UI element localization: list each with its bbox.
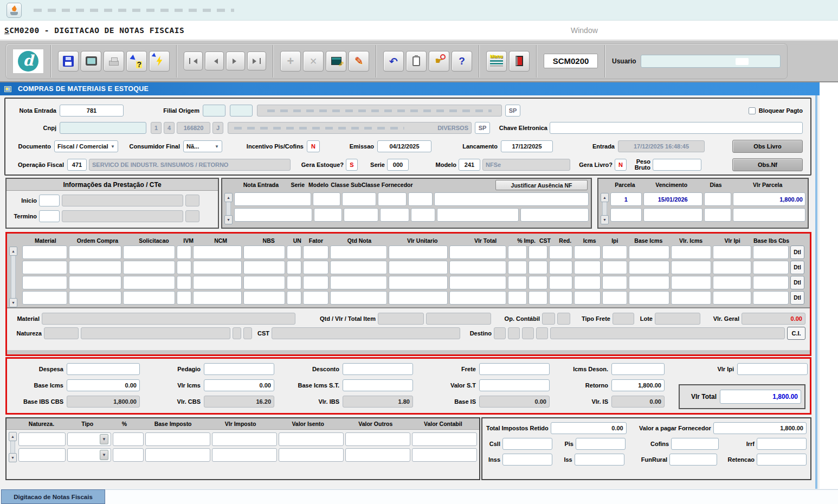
item-cell[interactable] xyxy=(602,291,628,305)
item-cell[interactable] xyxy=(123,291,175,305)
base-icms-st-input[interactable] xyxy=(343,379,413,391)
item-cell[interactable] xyxy=(303,291,328,305)
query-help-button[interactable] xyxy=(126,51,147,72)
tax-cell[interactable] xyxy=(212,448,277,462)
parcela-num[interactable]: 1 xyxy=(610,192,642,206)
base-icms-value[interactable]: 0.00 xyxy=(67,379,140,391)
filial-origem-input-2[interactable] xyxy=(230,105,253,117)
item-cell[interactable] xyxy=(193,276,241,289)
item-cell[interactable] xyxy=(753,276,789,289)
nota-cell[interactable] xyxy=(434,192,589,206)
scroll-up-icon[interactable]: ▲ xyxy=(224,193,233,202)
item-cell[interactable] xyxy=(508,245,527,259)
item-cell[interactable] xyxy=(177,276,192,289)
item-cell[interactable] xyxy=(508,261,527,274)
nota-cell[interactable] xyxy=(313,192,340,206)
desconto-input[interactable] xyxy=(343,363,413,375)
item-cell[interactable] xyxy=(287,291,302,305)
scroll-down-icon[interactable]: ▼ xyxy=(224,215,233,224)
item-cell[interactable] xyxy=(243,261,285,274)
item-cell[interactable] xyxy=(22,276,67,289)
modelo-input[interactable]: 241 xyxy=(459,159,480,171)
item-cell[interactable] xyxy=(389,291,448,305)
item-cell[interactable] xyxy=(177,291,192,305)
dtl-button[interactable]: Dtl xyxy=(790,261,804,274)
item-cell[interactable] xyxy=(449,261,506,274)
item-cell[interactable] xyxy=(389,261,448,274)
iss-input[interactable] xyxy=(575,454,624,466)
operacao-fiscal-input[interactable]: 471 xyxy=(67,159,87,171)
print-button[interactable] xyxy=(104,51,124,72)
edit-button[interactable] xyxy=(349,51,369,72)
tax-cell[interactable] xyxy=(412,432,477,446)
nota-cell[interactable] xyxy=(380,208,409,222)
scroll-up-icon[interactable]: ▲ xyxy=(9,432,17,441)
scroll-up-icon[interactable]: ▲ xyxy=(9,247,17,256)
termino-input[interactable] xyxy=(39,210,60,222)
item-cell[interactable] xyxy=(330,245,387,259)
nota-entrada-input[interactable]: 781 xyxy=(60,105,124,117)
tab-digitacao-notas[interactable]: Digitacao de Notas Fiscais xyxy=(1,489,105,504)
item-cell[interactable] xyxy=(330,261,387,274)
scroll-track[interactable] xyxy=(226,202,231,215)
tax-tipo-select[interactable]: ▼ xyxy=(67,432,111,446)
ci-button[interactable]: C.I. xyxy=(787,327,805,340)
item-cell[interactable] xyxy=(389,276,448,289)
add-record-button[interactable] xyxy=(280,51,301,72)
parcela-valor[interactable]: 1,800.00 xyxy=(733,192,805,206)
item-cell[interactable] xyxy=(287,245,302,259)
funrural-input[interactable] xyxy=(669,454,717,466)
item-cell[interactable] xyxy=(69,291,121,305)
execute-button[interactable] xyxy=(149,51,170,72)
nota-cell[interactable] xyxy=(408,192,432,206)
consumidor-final-select[interactable]: Nã... ▼ xyxy=(183,140,222,152)
save-button[interactable] xyxy=(58,51,79,72)
parcela-cell[interactable] xyxy=(643,208,702,222)
help-button[interactable] xyxy=(452,51,472,72)
parcela-vencimento[interactable]: 15/01/2026 xyxy=(643,192,702,206)
item-cell[interactable] xyxy=(602,276,628,289)
item-cell[interactable] xyxy=(671,245,711,259)
peso-bruto-input[interactable] xyxy=(653,159,701,171)
undo-button[interactable] xyxy=(383,51,404,72)
valor-st-input[interactable] xyxy=(479,379,550,391)
lancamento-input[interactable]: 17/12/2025 xyxy=(501,140,553,152)
menu-button[interactable] xyxy=(486,51,507,72)
item-cell[interactable] xyxy=(69,276,121,289)
item-cell[interactable] xyxy=(389,245,448,259)
cnpj-input[interactable] xyxy=(60,122,146,134)
item-cell[interactable] xyxy=(753,291,789,305)
dtl-button[interactable]: Dtl xyxy=(790,276,804,289)
item-cell[interactable] xyxy=(713,245,751,259)
tax-cell[interactable] xyxy=(18,448,66,462)
item-cell[interactable] xyxy=(713,291,751,305)
parcela-dias[interactable] xyxy=(704,192,732,206)
nota-cell[interactable] xyxy=(411,208,435,222)
delete-record-button[interactable] xyxy=(303,51,324,72)
cofins-input[interactable] xyxy=(671,438,719,450)
item-cell[interactable] xyxy=(629,291,669,305)
menu-window[interactable]: Window xyxy=(571,26,598,35)
item-cell[interactable] xyxy=(574,276,600,289)
parcela-cell[interactable] xyxy=(704,208,732,222)
nav-last-button[interactable] xyxy=(247,51,266,70)
item-cell[interactable] xyxy=(287,261,302,274)
chevron-down-icon[interactable]: ▼ xyxy=(100,434,108,444)
tax-cell[interactable] xyxy=(345,432,410,446)
tax-cell[interactable] xyxy=(279,448,344,462)
emissao-input[interactable]: 04/12/2025 xyxy=(377,140,431,152)
pedagio-input[interactable] xyxy=(204,363,274,375)
item-cell[interactable] xyxy=(193,245,241,259)
item-cell[interactable] xyxy=(193,261,241,274)
item-cell[interactable] xyxy=(528,245,547,259)
usuario-input[interactable] xyxy=(641,55,781,68)
documento-select[interactable]: Fiscal / Comercial ▼ xyxy=(54,140,118,152)
tax-cell[interactable] xyxy=(345,448,410,462)
tax-tipo-select[interactable]: ▼ xyxy=(67,448,111,462)
item-cell[interactable] xyxy=(449,291,506,305)
nav-prev-button[interactable] xyxy=(205,51,224,70)
tax-cell[interactable] xyxy=(145,432,210,446)
item-cell[interactable] xyxy=(528,276,547,289)
item-cell[interactable] xyxy=(69,245,121,259)
item-cell[interactable] xyxy=(287,276,302,289)
